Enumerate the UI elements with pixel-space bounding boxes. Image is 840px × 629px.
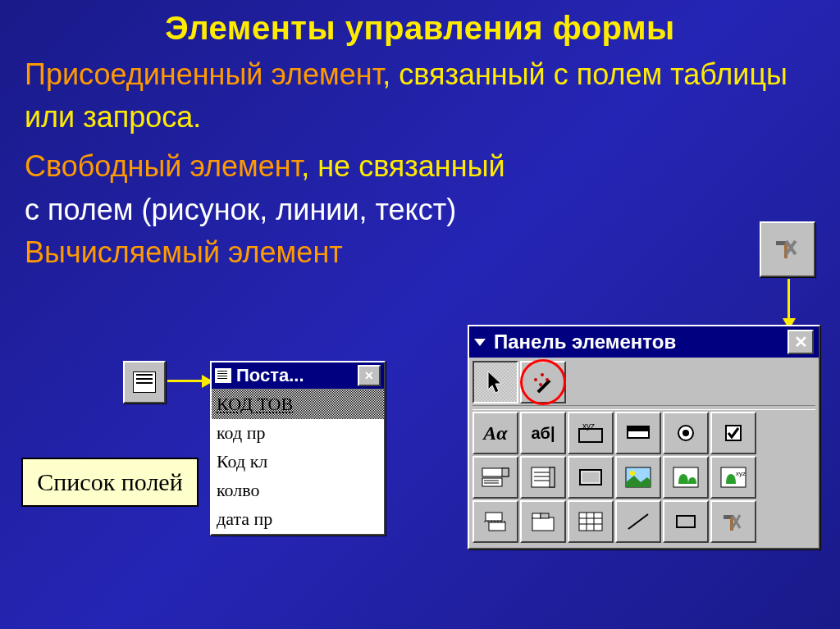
group-icon: xyz (576, 421, 605, 445)
tool-subform[interactable] (568, 500, 614, 543)
tool-line[interactable] (615, 500, 661, 543)
tool-label[interactable]: Aα (472, 412, 518, 454)
tool-pagebreak[interactable] (472, 500, 518, 543)
hammer-cross-icon (771, 233, 804, 266)
fields-label-box: Список полей (21, 458, 199, 507)
tool-tab[interactable] (520, 500, 566, 543)
list-item[interactable]: колво (212, 476, 384, 505)
list-item[interactable]: Код кл (212, 448, 384, 476)
tool-more[interactable] (710, 500, 756, 543)
svg-point-14 (682, 430, 689, 436)
text-line3: с полем (рисунок, линии, текст) (25, 189, 815, 231)
svg-rect-45 (677, 516, 695, 527)
unbound-icon (672, 466, 700, 489)
chevron-down-icon[interactable] (474, 339, 486, 346)
pointer-icon (485, 370, 506, 394)
list-item[interactable]: КОД ТОВ (212, 390, 384, 419)
tool-textbox[interactable]: аб| (520, 412, 566, 454)
text-calc: Вычисляемый элемент (25, 231, 815, 274)
svg-rect-26 (580, 470, 601, 485)
toolbox-titlebar[interactable]: Панель элементов ✕ (469, 326, 819, 358)
checkbox-icon (724, 423, 743, 443)
line-icon (625, 511, 651, 532)
field-list-body: КОД ТОВ код пр Код кл колво дата пр (212, 389, 384, 534)
arrow-to-toolbox (788, 279, 790, 320)
svg-point-29 (630, 471, 635, 476)
close-icon[interactable]: ✕ (788, 330, 814, 354)
tool-image[interactable] (615, 456, 661, 499)
text-attached: Присоединенный элемент (25, 57, 382, 91)
tool-pointer[interactable] (472, 361, 518, 403)
close-icon[interactable]: ✕ (358, 365, 381, 386)
hammer-icon (720, 510, 746, 533)
svg-rect-12 (628, 426, 649, 431)
svg-rect-25 (550, 467, 555, 487)
svg-rect-47 (730, 517, 733, 531)
list-item[interactable]: дата пр (212, 505, 384, 534)
listbox-icon (528, 465, 558, 490)
svg-point-8 (546, 378, 549, 381)
svg-rect-18 (482, 478, 502, 486)
label-icon: Aα (483, 422, 507, 444)
svg-text:xyz: xyz (582, 422, 595, 431)
bound-icon: xyz (719, 466, 747, 489)
svg-rect-34 (489, 522, 505, 531)
toolbox-window: Панель элементов ✕ (468, 325, 820, 549)
field-list-button[interactable] (123, 361, 166, 403)
subform-icon (578, 511, 604, 532)
text-free: Свободный элемент (25, 149, 301, 183)
toggle-icon (626, 423, 651, 443)
tool-checkbox[interactable] (710, 412, 756, 454)
svg-rect-17 (502, 468, 509, 476)
tab-icon (530, 511, 556, 532)
toolbox-body: Aα аб| xyz (469, 358, 819, 548)
rectangle-icon (673, 511, 699, 532)
field-list-window: Поста... ✕ КОД ТОВ код пр Код кл колво д… (210, 361, 386, 536)
svg-point-6 (541, 373, 544, 376)
textbox-icon: аб| (531, 424, 555, 443)
tool-button[interactable] (568, 456, 614, 499)
combobox-icon (481, 465, 510, 490)
svg-rect-36 (532, 517, 554, 531)
list-item[interactable]: код пр (212, 419, 384, 448)
svg-rect-38 (541, 513, 549, 518)
arrow-to-list (167, 380, 203, 382)
tool-bound-object[interactable]: xyz (710, 456, 756, 499)
svg-rect-33 (486, 513, 502, 521)
build-button[interactable] (760, 221, 815, 277)
tool-toggle[interactable] (615, 412, 661, 454)
tool-rectangle[interactable] (663, 500, 709, 543)
toolbox-title: Панель элементов (491, 330, 788, 353)
tool-wizard[interactable] (520, 361, 566, 403)
svg-rect-9 (579, 429, 602, 442)
tool-group[interactable]: xyz (568, 412, 614, 454)
radio-icon (676, 423, 696, 443)
tool-option[interactable] (663, 412, 709, 454)
pagebreak-icon (482, 511, 509, 532)
svg-point-7 (539, 383, 542, 386)
field-list-titlebar[interactable]: Поста... ✕ (212, 362, 384, 389)
svg-line-44 (628, 514, 648, 529)
list-icon (215, 368, 231, 383)
svg-rect-37 (532, 513, 541, 518)
svg-point-5 (534, 378, 537, 381)
svg-text:xyz: xyz (736, 470, 746, 477)
field-list-title: Поста... (233, 365, 358, 386)
text-free-desc: , не связанный (301, 149, 504, 183)
tool-combobox[interactable] (472, 456, 518, 499)
tool-listbox[interactable] (520, 456, 566, 499)
button-icon (578, 467, 604, 488)
wand-icon (529, 368, 557, 396)
svg-rect-4 (537, 380, 551, 394)
page-title: Элементы управления формы (0, 0, 840, 47)
content-text: Присоединенный элемент, связанный с поле… (0, 47, 840, 280)
image-icon (624, 466, 652, 489)
tool-unbound-object[interactable] (663, 456, 709, 499)
svg-rect-39 (579, 513, 602, 531)
